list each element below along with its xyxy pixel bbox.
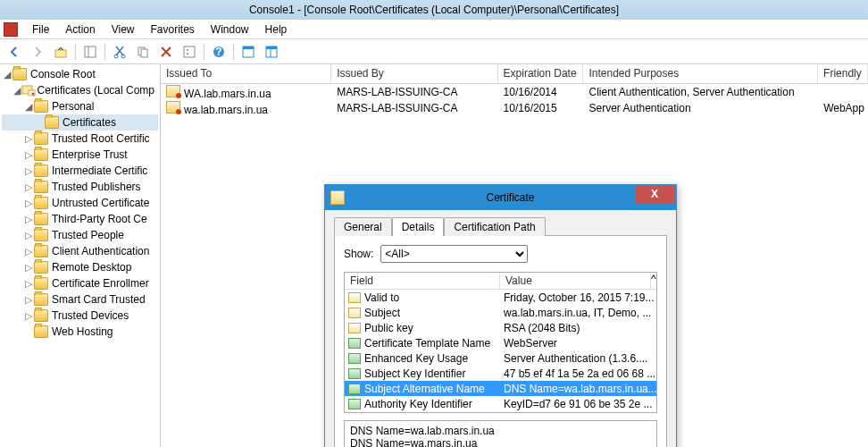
- dialog-title-bar[interactable]: Certificate X: [325, 185, 676, 210]
- property-icon: [348, 323, 361, 333]
- field-value: RSA (2048 Bits): [500, 322, 656, 334]
- expand-icon[interactable]: ▷: [23, 133, 34, 145]
- delete-button[interactable]: [155, 42, 177, 62]
- show-dropdown[interactable]: <All>: [380, 245, 528, 263]
- cert-store-icon: [21, 83, 36, 97]
- tree-item-label: Trusted Root Certific: [50, 132, 150, 145]
- folder-icon: [13, 68, 27, 80]
- field-row[interactable]: Authority Key IdentifierKeyID=d7 6e 91 0…: [345, 396, 656, 411]
- collapse-icon[interactable]: ◢: [2, 69, 13, 80]
- property-icon: [348, 308, 361, 318]
- field-row[interactable]: Subject Key Identifier47 b5 ef 4f 1a 5e …: [345, 366, 656, 381]
- list-row[interactable]: wa.lab.mars.in.uaMARS-LAB-ISSUING-CA10/1…: [161, 100, 868, 116]
- expand-icon[interactable]: ▷: [23, 149, 34, 161]
- tab-panel-details: Show: <All> Field Value ^ Valid toFriday…: [334, 235, 667, 447]
- col-expiration[interactable]: Expiration Date: [498, 64, 584, 83]
- expand-icon[interactable]: ▷: [23, 310, 34, 322]
- tab-details[interactable]: Details: [392, 217, 445, 236]
- menu-bar: File Action View Favorites Window Help: [0, 20, 868, 39]
- tree-item[interactable]: ▷Third-Party Root Ce: [2, 211, 158, 227]
- tree-item[interactable]: ▷Trusted Publishers: [2, 179, 158, 195]
- folder-icon: [34, 213, 48, 225]
- certificate-icon: [166, 101, 180, 114]
- close-button[interactable]: X: [635, 185, 674, 203]
- field-row[interactable]: Public keyRSA (2048 Bits): [345, 320, 656, 335]
- tree-item[interactable]: ▷Smart Card Trusted: [2, 291, 158, 308]
- expand-icon[interactable]: ▷: [23, 181, 34, 193]
- tree-item[interactable]: ▷Client Authentication: [2, 243, 158, 259]
- tree-item[interactable]: ▷Intermediate Certific: [2, 163, 158, 179]
- expand-icon[interactable]: ▷: [23, 165, 34, 177]
- tree-item[interactable]: ▷Untrusted Certificate: [2, 195, 158, 211]
- tree-item-label: Remote Desktop: [50, 261, 131, 274]
- field-name: Public key: [364, 322, 413, 334]
- back-button[interactable]: [4, 42, 25, 62]
- tree-item[interactable]: ▷Certificate Enrollmer: [2, 275, 158, 291]
- tree-item[interactable]: Web Hosting: [2, 324, 158, 340]
- expand-icon[interactable]: ▷: [23, 230, 34, 241]
- tree-item[interactable]: ▷Trusted Root Certific: [2, 131, 158, 147]
- list-row[interactable]: WA.lab.mars.in.uaMARS-LAB-ISSUING-CA10/1…: [161, 84, 868, 100]
- svg-text:?: ?: [215, 46, 221, 58]
- menu-favorites[interactable]: Favorites: [144, 21, 202, 38]
- copy-button[interactable]: [132, 42, 154, 62]
- col-purposes[interactable]: Intended Purposes: [583, 64, 818, 83]
- field-list[interactable]: Field Value ^ Valid toFriday, October 16…: [344, 272, 657, 413]
- field-row[interactable]: Certificate Template NameWebServer: [345, 335, 656, 350]
- expand-icon[interactable]: ▷: [23, 214, 34, 225]
- tree-root[interactable]: Console Root: [29, 68, 96, 80]
- expand-icon[interactable]: ▷: [23, 198, 34, 209]
- forward-button[interactable]: [27, 42, 48, 62]
- collapse-icon[interactable]: ◢: [23, 101, 34, 113]
- tree-item[interactable]: ▷Remote Desktop: [2, 259, 158, 275]
- folder-icon: [34, 245, 48, 257]
- expand-icon[interactable]: ▷: [23, 278, 34, 290]
- menu-action[interactable]: Action: [58, 21, 102, 38]
- show-hide-button[interactable]: [79, 42, 101, 62]
- svg-rect-0: [55, 50, 66, 57]
- svg-rect-13: [243, 46, 254, 49]
- tree-personal[interactable]: Personal: [50, 100, 94, 113]
- tree-certificates-leaf[interactable]: Certificates: [61, 116, 116, 129]
- tab-general[interactable]: General: [334, 217, 392, 236]
- field-value: DNS Name=wa.lab.mars.in.ua...: [500, 383, 656, 395]
- view-options-2[interactable]: [261, 42, 282, 62]
- tree-item[interactable]: ▷Trusted People: [2, 227, 158, 243]
- up-button[interactable]: [50, 42, 71, 62]
- tree-certificates[interactable]: Certificates (Local Comp: [36, 84, 154, 97]
- help-button[interactable]: ?: [208, 42, 230, 62]
- tab-certification-path[interactable]: Certification Path: [444, 217, 545, 236]
- field-row[interactable]: Valid toFriday, October 16, 2015 7:19...: [345, 290, 656, 305]
- tree-item[interactable]: ▷Trusted Devices: [2, 308, 158, 324]
- svg-rect-7: [184, 46, 195, 57]
- expand-icon[interactable]: ▷: [23, 246, 34, 257]
- menu-window[interactable]: Window: [204, 21, 256, 38]
- view-options-1[interactable]: [238, 42, 259, 62]
- tree-item[interactable]: ▷Enterprise Trust: [2, 147, 158, 163]
- field-row[interactable]: Subjectwa.lab.mars.in.ua, IT, Demo, ...: [345, 305, 656, 320]
- folder-icon: [34, 309, 48, 322]
- field-row[interactable]: Subject Alternative NameDNS Name=wa.lab.…: [345, 381, 656, 396]
- col-value[interactable]: Value: [500, 273, 651, 289]
- col-friendly[interactable]: Friendly: [818, 64, 868, 83]
- col-field[interactable]: Field: [345, 273, 500, 289]
- menu-view[interactable]: View: [104, 21, 142, 38]
- col-issued-to[interactable]: Issued To: [161, 64, 331, 83]
- cut-button[interactable]: [109, 42, 130, 62]
- field-row[interactable]: Enhanced Key UsageServer Authentication …: [345, 350, 656, 366]
- collapse-icon[interactable]: ◢: [13, 85, 21, 97]
- expand-icon[interactable]: ▷: [23, 262, 34, 274]
- menu-help[interactable]: Help: [258, 21, 295, 38]
- console-tree[interactable]: ◢Console Root ◢Certificates (Local Comp …: [0, 64, 161, 447]
- field-detail-box[interactable]: DNS Name=wa.lab.mars.in.ua DNS Name=wa.m…: [344, 420, 657, 447]
- expand-icon[interactable]: ▷: [23, 294, 34, 306]
- col-issued-by[interactable]: Issued By: [331, 64, 497, 83]
- toolbar: ?: [0, 39, 868, 64]
- menu-file[interactable]: File: [25, 21, 56, 38]
- folder-icon: [34, 132, 48, 145]
- tree-item-label: Smart Card Trusted: [50, 293, 146, 306]
- tree-item-label: Trusted People: [50, 229, 124, 241]
- extension-icon: [348, 384, 361, 394]
- properties-button[interactable]: [179, 42, 200, 62]
- list-pane: Issued To Issued By Expiration Date Inte…: [161, 64, 868, 447]
